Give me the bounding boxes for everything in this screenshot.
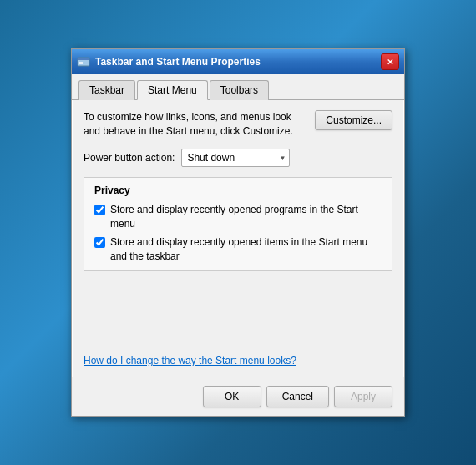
close-button[interactable]: ✕: [381, 53, 399, 70]
apply-button[interactable]: Apply: [334, 386, 392, 407]
content-spacer: [84, 281, 392, 348]
cancel-button[interactable]: Cancel: [266, 386, 329, 407]
tab-bar: Taskbar Start Menu Toolbars: [72, 74, 404, 100]
tab-toolbars[interactable]: Toolbars: [210, 80, 269, 100]
power-button-label: Power button action:: [84, 152, 175, 164]
title-bar-left: Taskbar and Start Menu Properties: [77, 55, 261, 68]
dialog-buttons: OK Cancel Apply: [72, 377, 404, 416]
svg-rect-1: [78, 58, 89, 60]
svg-rect-2: [79, 62, 83, 64]
title-bar-icon: [77, 55, 90, 68]
power-row: Power button action: Shut down Switch us…: [84, 149, 392, 167]
main-window: Taskbar and Start Menu Properties ✕ Task…: [71, 48, 405, 417]
power-select-wrapper: Shut down Switch user Log off Lock Resta…: [181, 149, 290, 167]
tab-taskbar[interactable]: Taskbar: [78, 80, 135, 100]
privacy-checkbox-1[interactable]: [94, 205, 105, 215]
help-link[interactable]: How do I change the way the Start menu l…: [84, 355, 392, 366]
privacy-checkbox-2-label: Store and display recently opened items …: [110, 235, 382, 264]
privacy-title: Privacy: [94, 184, 382, 196]
customize-description: To customize how links, icons, and menus…: [84, 110, 306, 139]
privacy-checkbox-2[interactable]: [94, 237, 105, 248]
title-bar: Taskbar and Start Menu Properties ✕: [72, 49, 404, 74]
customize-row: To customize how links, icons, and menus…: [84, 110, 392, 139]
window-title: Taskbar and Start Menu Properties: [95, 56, 261, 68]
tab-start-menu[interactable]: Start Menu: [137, 80, 208, 100]
customize-button[interactable]: Customize...: [315, 110, 392, 130]
power-button-select[interactable]: Shut down Switch user Log off Lock Resta…: [181, 149, 290, 167]
privacy-checkbox-1-label: Store and display recently opened progra…: [110, 203, 382, 231]
privacy-checkbox-row-1: Store and display recently opened progra…: [94, 203, 382, 231]
ok-button[interactable]: OK: [203, 386, 261, 407]
privacy-checkbox-row-2: Store and display recently opened items …: [94, 235, 382, 264]
tab-content: To customize how links, icons, and menus…: [72, 100, 404, 377]
privacy-group: Privacy Store and display recently opene…: [84, 177, 392, 271]
title-bar-controls: ✕: [381, 53, 399, 70]
